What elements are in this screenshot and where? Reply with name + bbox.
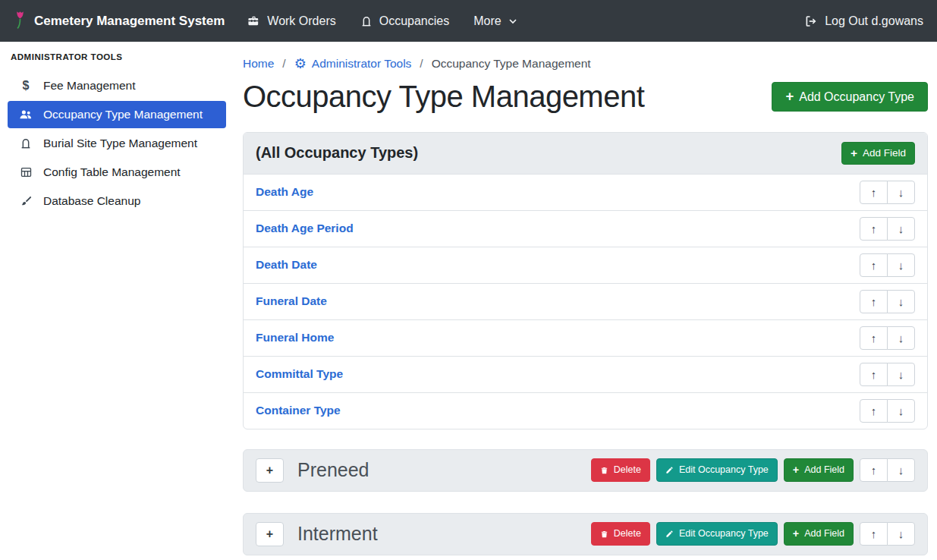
logout-label: Log Out d.gowans: [825, 14, 923, 28]
reorder-buttons: ↑ ↓: [860, 363, 915, 386]
occupancy-type-section: + Preneed Delete Edit Occupancy Type + A…: [243, 449, 928, 492]
move-down-button[interactable]: ↓: [887, 217, 915, 241]
reorder-buttons: ↑ ↓: [860, 290, 915, 313]
nav-more[interactable]: More: [473, 14, 517, 28]
down-arrow-icon: ↓: [898, 404, 904, 417]
breadcrumb: Home / ⚙ Administrator Tools / Occupancy…: [243, 57, 928, 71]
down-arrow-icon: ↓: [898, 259, 904, 272]
sidebar-item-occupancy-type-management[interactable]: Occupancy Type Management: [8, 101, 226, 128]
move-up-button[interactable]: ↑: [860, 290, 888, 313]
add-occupancy-type-button[interactable]: + Add Occupancy Type: [772, 82, 928, 111]
edit-occupancy-type-button[interactable]: Edit Occupancy Type: [656, 522, 778, 546]
top-navbar: Cemetery Management System Work Orders O…: [0, 0, 937, 42]
section-title: Interment: [297, 523, 378, 545]
expand-button[interactable]: +: [256, 522, 284, 546]
field-link[interactable]: Funeral Date: [256, 294, 327, 308]
sidebar-item-database-cleanup[interactable]: Database Cleanup: [8, 187, 226, 215]
add-field-label: Add Field: [804, 464, 844, 476]
down-arrow-icon: ↓: [898, 295, 904, 308]
section-list: + Preneed Delete Edit Occupancy Type + A…: [243, 449, 928, 555]
field-link[interactable]: Death Date: [256, 258, 317, 272]
breadcrumb-admin-tools[interactable]: ⚙ Administrator Tools: [294, 57, 412, 71]
table-icon: [18, 166, 33, 178]
brush-icon: [18, 195, 33, 208]
sidebar-item-burial-site-type-management[interactable]: Burial Site Type Management: [8, 130, 226, 157]
field-link[interactable]: Death Age: [256, 185, 313, 199]
delete-button[interactable]: Delete: [591, 458, 650, 482]
down-arrow-icon: ↓: [898, 527, 904, 540]
move-up-button[interactable]: ↑: [860, 399, 888, 423]
field-link[interactable]: Committal Type: [256, 367, 343, 381]
nav-work-orders[interactable]: Work Orders: [247, 14, 335, 28]
plus-icon: +: [785, 90, 794, 103]
up-arrow-icon: ↑: [871, 186, 877, 199]
tombstone-icon: [360, 15, 373, 27]
move-up-button[interactable]: ↑: [860, 181, 888, 204]
move-up-button[interactable]: ↑: [860, 217, 888, 241]
up-arrow-icon: ↑: [871, 222, 877, 235]
field-link[interactable]: Funeral Home: [256, 331, 334, 344]
add-field-button[interactable]: + Add Field: [784, 522, 854, 546]
all-occupancy-types-header: (All Occupancy Types) + Add Field: [244, 133, 927, 175]
pencil-icon: [665, 530, 674, 538]
down-arrow-icon: ↓: [898, 186, 904, 199]
add-field-button[interactable]: + Add Field: [784, 458, 854, 482]
expand-button[interactable]: +: [256, 458, 284, 483]
edit-occupancy-type-label: Edit Occupancy Type: [679, 464, 769, 476]
field-row: Committal Type ↑ ↓: [244, 357, 927, 393]
sidebar-item-label: Burial Site Type Management: [43, 137, 197, 150]
move-up-button[interactable]: ↑: [860, 458, 888, 482]
field-link[interactable]: Death Age Period: [256, 222, 354, 235]
sidebar-item-label: Database Cleanup: [43, 194, 140, 208]
dollar-icon: $: [18, 79, 33, 93]
logout-button[interactable]: Log Out d.gowans: [804, 14, 923, 28]
move-down-button[interactable]: ↓: [887, 363, 915, 386]
add-field-button[interactable]: + Add Field: [841, 142, 915, 165]
nav-occupancies[interactable]: Occupancies: [360, 14, 450, 28]
reorder-buttons: ↑ ↓: [860, 399, 915, 423]
up-arrow-icon: ↑: [871, 332, 877, 344]
trash-icon: [600, 466, 608, 475]
delete-button[interactable]: Delete: [591, 522, 650, 546]
app-brand[interactable]: Cemetery Management System: [14, 9, 225, 33]
logout-icon: [804, 14, 818, 28]
pencil-icon: [665, 466, 674, 474]
move-down-button[interactable]: ↓: [887, 522, 915, 546]
sidebar-item-config-table-management[interactable]: Config Table Management: [8, 159, 226, 186]
primary-nav: Work Orders Occupancies More: [247, 14, 517, 28]
sidebar-heading: Administrator Tools: [0, 52, 235, 71]
edit-occupancy-type-button[interactable]: Edit Occupancy Type: [656, 458, 778, 482]
move-up-button[interactable]: ↑: [860, 326, 888, 350]
toolbox-icon: [247, 14, 260, 27]
reorder-buttons: ↑ ↓: [860, 181, 915, 204]
move-down-button[interactable]: ↓: [887, 181, 915, 204]
move-down-button[interactable]: ↓: [887, 399, 915, 423]
down-arrow-icon: ↓: [898, 368, 904, 381]
plus-icon: +: [793, 528, 799, 539]
sidebar-item-label: Fee Management: [43, 79, 136, 93]
plus-icon: +: [793, 464, 799, 475]
breadcrumb-home[interactable]: Home: [243, 57, 274, 71]
field-row: Funeral Home ↑ ↓: [244, 320, 927, 357]
up-arrow-icon: ↑: [871, 404, 877, 417]
field-link[interactable]: Container Type: [256, 404, 341, 417]
sidebar-item-label: Config Table Management: [43, 165, 181, 179]
edit-occupancy-type-label: Edit Occupancy Type: [679, 528, 769, 540]
plus-icon: +: [851, 147, 857, 159]
move-down-button[interactable]: ↓: [887, 458, 915, 482]
down-arrow-icon: ↓: [898, 222, 904, 235]
move-down-button[interactable]: ↓: [887, 290, 915, 313]
move-up-button[interactable]: ↑: [860, 522, 888, 546]
field-row: Death Age Period ↑ ↓: [244, 211, 927, 247]
move-down-button[interactable]: ↓: [887, 326, 915, 350]
sidebar: Administrator Tools $ Fee Management Occ…: [0, 42, 235, 560]
move-up-button[interactable]: ↑: [860, 363, 888, 386]
users-icon: [18, 109, 33, 121]
move-up-button[interactable]: ↑: [860, 253, 888, 277]
sidebar-item-fee-management[interactable]: $ Fee Management: [8, 72, 226, 99]
move-down-button[interactable]: ↓: [887, 253, 915, 277]
main-content: Home / ⚙ Administrator Tools / Occupancy…: [235, 42, 937, 560]
nav-work-orders-label: Work Orders: [267, 14, 335, 28]
delete-label: Delete: [614, 464, 641, 476]
down-arrow-icon: ↓: [898, 464, 904, 477]
